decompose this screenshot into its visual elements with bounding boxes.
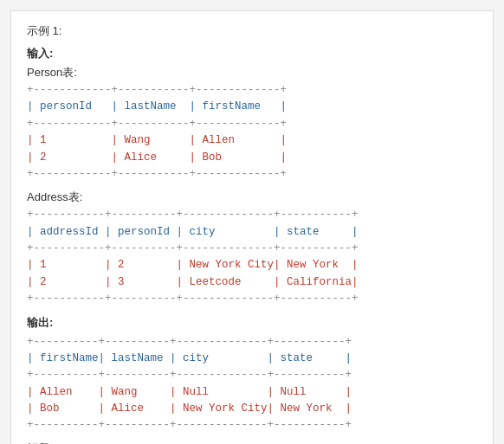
example-label: 示例 1: bbox=[27, 23, 477, 39]
output-label: 输出: bbox=[27, 315, 477, 331]
address-table-label: Address表: bbox=[27, 190, 477, 205]
output-table: +----------+----------+--------------+--… bbox=[27, 334, 477, 434]
person-table: +------------+-----------+-------------+… bbox=[27, 82, 477, 183]
address-table: +-----------+----------+--------------+-… bbox=[27, 207, 477, 307]
input-label: 输入: bbox=[27, 46, 477, 61]
main-container: 示例 1: 输入: Person表: +------------+-------… bbox=[10, 10, 494, 444]
person-table-label: Person表: bbox=[27, 65, 477, 80]
